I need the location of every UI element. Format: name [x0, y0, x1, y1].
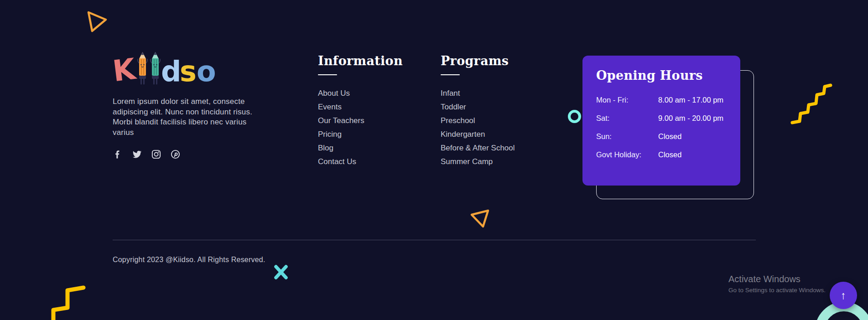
- opening-hours-title: Opening Hours: [596, 68, 727, 83]
- programs-title: Programs: [441, 54, 515, 68]
- footer-divider: [113, 240, 756, 240]
- program-link[interactable]: Kindergarten: [441, 128, 515, 141]
- hours-row: Sun: Closed: [596, 131, 727, 141]
- hours-value: Closed: [658, 150, 727, 160]
- info-link[interactable]: Our Teachers: [318, 114, 403, 128]
- info-link[interactable]: About Us: [318, 87, 403, 100]
- twitter-icon[interactable]: [132, 149, 142, 160]
- watermark-line2: Go to Settings to activate Windows.: [728, 287, 826, 294]
- copyright-text: Copyright 2023 @Kiidso. All Rights Reser…: [113, 256, 265, 264]
- hours-label: Sun:: [596, 131, 658, 141]
- hours-label: Mon - Fri:: [596, 95, 658, 105]
- info-link[interactable]: Events: [318, 100, 403, 114]
- arrow-up-icon: ↑: [841, 289, 846, 302]
- heading-underline: [318, 74, 337, 75]
- logo-letter-d: d: [161, 55, 181, 88]
- scroll-to-top-button[interactable]: ↑: [830, 282, 857, 309]
- cross-x-icon: [272, 263, 290, 281]
- description-line: adipiscing elit. Nunc non tincidunt risu…: [113, 107, 263, 118]
- windows-activation-watermark: Activate Windows Go to Settings to activ…: [728, 274, 826, 294]
- hours-label: Sat:: [596, 113, 658, 123]
- info-link[interactable]: Pricing: [318, 128, 403, 141]
- program-link[interactable]: Toddler: [441, 100, 515, 114]
- programs-links: Infant Toddler Preschool Kindergarten Be…: [441, 87, 515, 169]
- description-line: Morbi blandit facilisis libero nec variu…: [113, 117, 263, 128]
- triangle-outline-icon: [470, 208, 490, 228]
- brand-column: K: [113, 50, 263, 160]
- brand-description: Lorem ipsum dolor sit amet, consecte adi…: [113, 97, 263, 138]
- pencil-character-icon: [138, 52, 147, 84]
- facebook-icon[interactable]: [113, 149, 123, 160]
- information-title: Information: [318, 54, 403, 68]
- program-link[interactable]: Before & After School: [441, 141, 515, 155]
- pinterest-icon[interactable]: [170, 149, 181, 160]
- info-link[interactable]: Contact Us: [318, 155, 403, 169]
- information-column: Information About Us Events Our Teachers…: [318, 54, 403, 169]
- opening-hours-rows: Mon - Fri: 8.00 am - 17.00 pm Sat: 9.00 …: [596, 95, 727, 160]
- watermark-line1: Activate Windows: [728, 274, 826, 284]
- social-links: [113, 149, 263, 160]
- hours-label: Govt Holiday:: [596, 150, 658, 160]
- hours-row: Govt Holiday: Closed: [596, 150, 727, 160]
- information-links: About Us Events Our Teachers Pricing Blo…: [318, 87, 403, 169]
- hours-value: 8.00 am - 17.00 pm: [658, 95, 727, 105]
- triangle-outline-icon: [87, 10, 108, 32]
- program-link[interactable]: Preschool: [441, 114, 515, 128]
- programs-column: Programs Infant Toddler Preschool Kinder…: [441, 54, 515, 169]
- hours-row: Sat: 9.00 am - 20.00 pm: [596, 113, 727, 123]
- logo-letter-k: K: [113, 52, 139, 88]
- program-link[interactable]: Summer Camp: [441, 155, 515, 169]
- pencil-character-icon: [151, 52, 160, 84]
- zigzag-stairs-icon: [38, 284, 88, 320]
- instagram-icon[interactable]: [151, 149, 161, 160]
- program-link[interactable]: Infant: [441, 87, 515, 100]
- info-link[interactable]: Blog: [318, 141, 403, 155]
- kiidso-logo: K: [113, 50, 217, 88]
- logo-letter-o: o: [197, 55, 216, 88]
- description-line: varius: [113, 128, 263, 138]
- logo-letter-s: s: [180, 55, 197, 88]
- hours-value: 9.00 am - 20.00 pm: [658, 113, 727, 123]
- zigzag-stairs-icon: [790, 83, 832, 124]
- hours-row: Mon - Fri: 8.00 am - 17.00 pm: [596, 95, 727, 105]
- hours-value: Closed: [658, 131, 727, 141]
- opening-hours-card: Opening Hours Mon - Fri: 8.00 am - 17.00…: [582, 56, 740, 186]
- footer-section: K: [0, 0, 868, 320]
- circle-ring-icon: [568, 110, 581, 123]
- description-line: Lorem ipsum dolor sit amet, consecte: [113, 97, 263, 107]
- heading-underline: [441, 74, 460, 75]
